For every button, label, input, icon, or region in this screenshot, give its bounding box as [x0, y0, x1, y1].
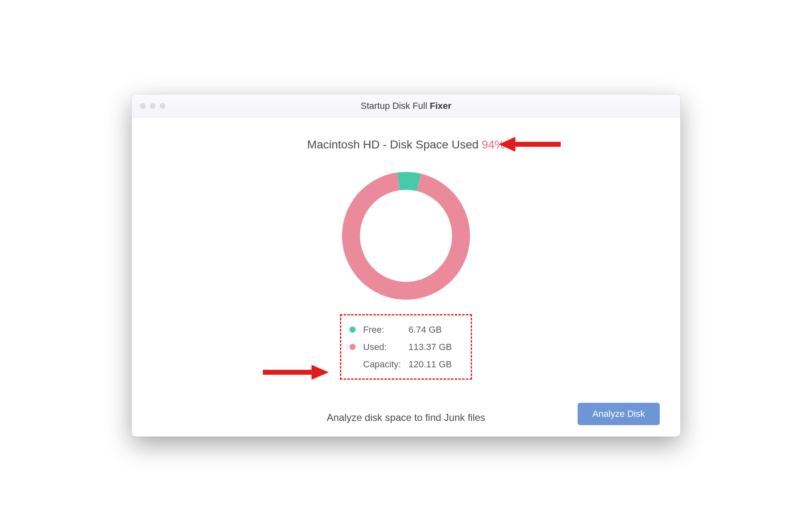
annotation-arrow-left: [263, 363, 329, 381]
analyze-disk-button[interactable]: Analyze Disk: [578, 403, 660, 425]
app-window: Startup Disk Full Fixer Macintosh HD - D…: [132, 94, 680, 437]
donut-chart-svg: [340, 170, 472, 302]
close-window-button[interactable]: [140, 103, 146, 109]
footer-text: Analyze disk space to find Junk files: [327, 412, 485, 423]
heading-text: Macintosh HD - Disk Space Used: [307, 138, 482, 151]
titlebar: Startup Disk Full Fixer: [132, 94, 680, 117]
window-controls: [132, 103, 165, 109]
svg-marker-1: [499, 137, 515, 152]
legend-dot-used-icon: [349, 344, 356, 350]
legend-label-used: Used:: [363, 338, 408, 356]
legend-value-capacity: 120.11 GB: [408, 356, 463, 373]
legend-label-free: Free:: [363, 321, 408, 338]
legend-dot-free-icon: [349, 327, 356, 333]
legend-dot-capacity-icon: [349, 361, 356, 367]
legend-row-free: Free: 6.74 GB: [349, 321, 463, 338]
svg-marker-3: [312, 365, 329, 380]
legend-label-capacity: Capacity:: [363, 356, 408, 373]
donut-chart: [152, 170, 660, 302]
zoom-window-button[interactable]: [160, 103, 165, 109]
legend-row-used: Used: 113.37 GB: [349, 338, 463, 356]
annotation-arrow-top: [499, 135, 561, 153]
disk-usage-heading: Macintosh HD - Disk Space Used 94%: [152, 138, 660, 151]
legend-value-used: 113.37 GB: [408, 338, 463, 356]
legend-row-capacity: Capacity: 120.11 GB: [349, 356, 463, 373]
window-title-bold: Fixer: [430, 101, 451, 111]
legend-value-free: 6.74 GB: [408, 321, 463, 338]
legend-box: Free: 6.74 GB Used: 113.37 GB Capacity: …: [340, 314, 472, 380]
window-title: Startup Disk Full Fixer: [132, 101, 680, 111]
window-title-prefix: Startup Disk Full: [361, 101, 430, 111]
minimize-window-button[interactable]: [150, 103, 156, 109]
main-content: Macintosh HD - Disk Space Used 94% Free:…: [132, 117, 680, 437]
